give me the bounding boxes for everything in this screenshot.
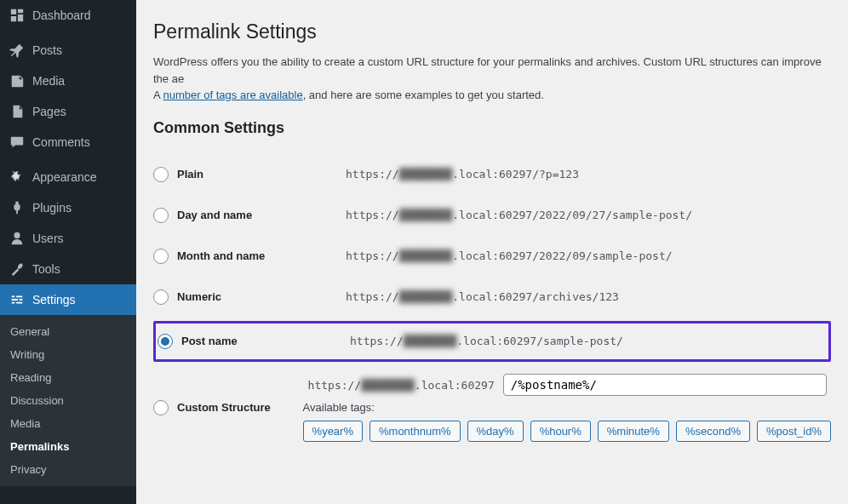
- sidebar-item-dashboard[interactable]: Dashboard: [0, 0, 136, 31]
- radio-plain[interactable]: [153, 167, 169, 182]
- option-label: Post name: [181, 335, 238, 347]
- radio-month-name[interactable]: [153, 249, 169, 264]
- option-label: Custom Structure: [177, 401, 271, 414]
- option-label: Day and name: [177, 209, 252, 221]
- option-label: Plain: [177, 168, 203, 180]
- page-icon: [9, 103, 26, 120]
- sidebar-item-media[interactable]: Media: [0, 66, 136, 96]
- sidebar-item-label: Media: [32, 74, 65, 88]
- comment-icon: [9, 134, 26, 151]
- sidebar-item-label: Pages: [32, 105, 66, 118]
- tag-button[interactable]: %year%: [303, 421, 363, 442]
- submenu-item-discussion[interactable]: Discussion: [0, 389, 136, 412]
- permalink-option-post-name: Post namehttps://████████.local:60297/sa…: [153, 321, 831, 362]
- user-icon: [9, 230, 26, 247]
- radio-day-name[interactable]: [153, 208, 169, 223]
- tag-button[interactable]: %second%: [676, 421, 750, 442]
- sidebar-item-appearance[interactable]: Appearance: [0, 162, 136, 192]
- sidebar-item-label: Posts: [32, 43, 62, 57]
- example-url: https://████████.local:60297/2022/09/sam…: [341, 246, 678, 266]
- tag-button[interactable]: %hour%: [530, 421, 591, 442]
- sidebar-item-label: Tools: [32, 262, 60, 276]
- tag-buttons: %year%%monthnum%%day%%hour%%minute%%seco…: [303, 421, 831, 442]
- sidebar-item-label: Settings: [32, 293, 76, 306]
- page-title: Permalink Settings: [153, 20, 831, 43]
- submenu-item-permalinks[interactable]: Permalinks: [0, 435, 136, 458]
- sidebar-item-label: Plugins: [32, 201, 72, 215]
- permalink-option-plain: Plainhttps://████████.local:60297/?p=123: [153, 154, 831, 195]
- submenu-item-writing[interactable]: Writing: [0, 343, 136, 366]
- permalink-options: Plainhttps://████████.local:60297/?p=123…: [153, 154, 831, 450]
- appearance-icon: [9, 169, 26, 186]
- tool-icon: [9, 261, 26, 278]
- settings-icon: [9, 291, 26, 308]
- submenu-item-general[interactable]: General: [0, 320, 136, 343]
- sidebar-item-settings[interactable]: Settings: [0, 284, 136, 315]
- sidebar-item-label: Appearance: [32, 170, 97, 184]
- sidebar-item-label: Dashboard: [32, 9, 91, 22]
- example-url: https://████████.local:60297/archives/12…: [341, 287, 624, 306]
- available-tags-title: Available tags:: [303, 401, 831, 414]
- custom-structure-input[interactable]: [503, 374, 827, 396]
- intro-text: WordPress offers you the ability to crea…: [153, 54, 831, 104]
- pin-icon: [9, 42, 26, 59]
- plugin-icon: [9, 199, 26, 216]
- sidebar-item-posts[interactable]: Posts: [0, 35, 136, 66]
- sidebar-item-tools[interactable]: Tools: [0, 254, 136, 284]
- submenu-item-media[interactable]: Media: [0, 412, 136, 435]
- settings-submenu: GeneralWritingReadingDiscussionMediaPerm…: [0, 315, 136, 486]
- sidebar-item-plugins[interactable]: Plugins: [0, 192, 136, 223]
- tag-button[interactable]: %monthnum%: [370, 421, 461, 442]
- custom-url-prefix: https://████████.local:60297: [303, 375, 500, 395]
- tag-button[interactable]: %day%: [467, 421, 524, 442]
- tag-button[interactable]: %minute%: [598, 421, 669, 442]
- sidebar-item-comments[interactable]: Comments: [0, 127, 136, 158]
- radio-custom[interactable]: [153, 400, 169, 415]
- radio-numeric[interactable]: [153, 289, 169, 305]
- common-settings-heading: Common Settings: [153, 119, 831, 137]
- example-url: https://████████.local:60297/?p=123: [341, 164, 584, 184]
- tag-button[interactable]: %post_id%: [757, 421, 831, 442]
- settings-content: Permalink Settings WordPress offers you …: [136, 0, 848, 504]
- tags-available-link[interactable]: number of tags are available: [163, 89, 303, 101]
- dashboard-icon: [9, 7, 26, 24]
- sidebar-item-label: Users: [32, 232, 64, 245]
- submenu-item-reading[interactable]: Reading: [0, 366, 136, 389]
- permalink-option-custom: Custom Structurehttps://████████.local:6…: [153, 365, 831, 450]
- radio-post-name[interactable]: [158, 334, 173, 349]
- permalink-option-month-name: Month and namehttps://████████.local:602…: [153, 236, 831, 277]
- admin-sidebar: DashboardPostsMediaPagesCommentsAppearan…: [0, 0, 136, 504]
- option-label: Numeric: [177, 290, 221, 303]
- permalink-option-numeric: Numerichttps://████████.local:60297/arch…: [153, 277, 831, 318]
- sidebar-item-users[interactable]: Users: [0, 223, 136, 254]
- option-label: Month and name: [177, 249, 265, 262]
- submenu-item-privacy[interactable]: Privacy: [0, 458, 136, 481]
- example-url: https://████████.local:60297/sample-post…: [345, 331, 628, 351]
- permalink-option-day-name: Day and namehttps://████████.local:60297…: [153, 195, 831, 236]
- sidebar-item-label: Comments: [32, 135, 90, 149]
- media-icon: [9, 72, 26, 89]
- sidebar-item-pages[interactable]: Pages: [0, 96, 136, 127]
- example-url: https://████████.local:60297/2022/09/27/…: [341, 205, 697, 225]
